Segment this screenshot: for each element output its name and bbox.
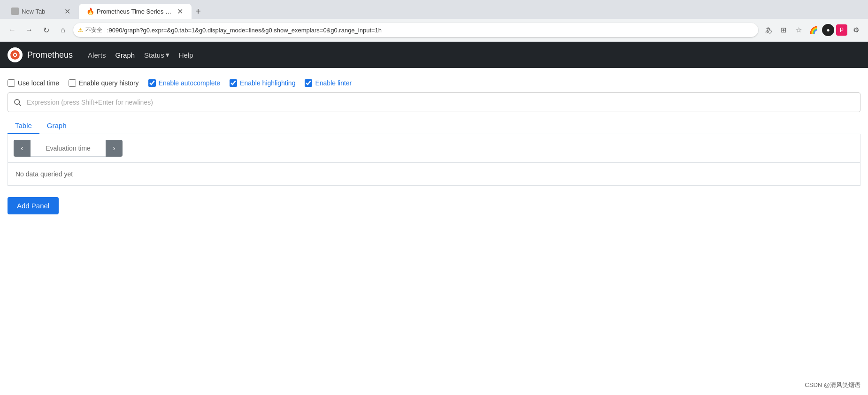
svg-point-3 xyxy=(15,99,20,105)
use-local-time-checkbox[interactable] xyxy=(8,79,15,87)
enable-highlighting-checkbox[interactable] xyxy=(230,79,237,87)
add-tab-button[interactable]: + xyxy=(192,5,205,18)
evaluation-row: ‹ › xyxy=(8,134,860,162)
nav-alerts[interactable]: Alerts xyxy=(84,49,109,61)
enable-highlighting-label: Enable highlighting xyxy=(240,79,295,87)
enable-autocomplete-option[interactable]: Enable autocomplete xyxy=(148,79,221,87)
enable-query-history-label: Enable query history xyxy=(79,79,139,87)
inactive-tab-title: New Tab xyxy=(22,8,60,15)
search-icon xyxy=(13,98,22,106)
svg-point-2 xyxy=(14,54,16,56)
prometheus-tab-title: Prometheus Time Series Collecti... xyxy=(97,8,173,15)
enable-query-history-checkbox[interactable] xyxy=(69,79,76,87)
query-tabs: Table Graph xyxy=(8,118,860,134)
brand-name: Prometheus xyxy=(27,50,73,60)
reload-button[interactable]: ↻ xyxy=(39,23,53,37)
prometheus-tab-favicon: 🔥 xyxy=(86,8,94,15)
nav-status[interactable]: Status ▾ xyxy=(140,49,173,61)
expression-input[interactable] xyxy=(27,93,860,112)
inactive-tab-favicon xyxy=(11,8,19,15)
tab-bar: New Tab ✕ 🔥 Prometheus Time Series Colle… xyxy=(0,0,868,19)
query-panel: ‹ › No data queried yet xyxy=(8,134,860,186)
search-button[interactable] xyxy=(8,93,27,112)
app-brand: Prometheus xyxy=(8,47,73,62)
nav-status-caret: ▾ xyxy=(166,51,169,59)
nav-graph[interactable]: Graph xyxy=(111,49,138,61)
address-bar-input[interactable] xyxy=(73,23,758,37)
eval-prev-button[interactable]: ‹ xyxy=(14,140,31,157)
enable-autocomplete-label: Enable autocomplete xyxy=(159,79,221,87)
extension-icon[interactable]: P xyxy=(836,24,847,36)
toolbar-icons: あ ⊞ ☆ 🌈 ● P ⚙ xyxy=(762,23,862,37)
tab-graph[interactable]: Graph xyxy=(39,118,74,134)
favorites-icon[interactable]: ☆ xyxy=(792,23,805,37)
no-data-message: No data queried yet xyxy=(8,162,860,185)
browser-chrome: New Tab ✕ 🔥 Prometheus Time Series Colle… xyxy=(0,0,868,42)
enable-highlighting-option[interactable]: Enable highlighting xyxy=(230,79,295,87)
eval-next-button[interactable]: › xyxy=(106,140,123,157)
address-bar-container: ⚠ 不安全 | xyxy=(73,23,758,37)
settings-icon[interactable]: ⚙ xyxy=(849,23,862,37)
svg-line-4 xyxy=(19,104,21,106)
main-content: Use local time Enable query history Enab… xyxy=(0,68,868,222)
reader-mode-icon[interactable]: ⊞ xyxy=(777,23,790,37)
enable-linter-label: Enable linter xyxy=(315,79,352,87)
translate-icon[interactable]: あ xyxy=(762,23,775,37)
back-button[interactable]: ← xyxy=(6,23,19,37)
enable-autocomplete-checkbox[interactable] xyxy=(148,79,156,87)
tab-inactive[interactable]: New Tab ✕ xyxy=(4,4,79,19)
nav-status-label: Status xyxy=(144,51,164,59)
enable-linter-option[interactable]: Enable linter xyxy=(305,79,352,87)
eval-time-input[interactable] xyxy=(31,140,106,157)
prometheus-tab[interactable]: 🔥 Prometheus Time Series Collecti... ✕ xyxy=(79,4,192,19)
profile-icon[interactable]: ● xyxy=(822,24,834,36)
collections-icon[interactable]: 🌈 xyxy=(807,23,820,37)
search-box xyxy=(8,92,860,112)
prometheus-tab-close[interactable]: ✕ xyxy=(176,7,184,15)
app-navbar: Prometheus Alerts Graph Status ▾ Help xyxy=(0,42,868,68)
enable-query-history-option[interactable]: Enable query history xyxy=(69,79,139,87)
brand-icon xyxy=(8,47,23,62)
add-panel-button[interactable]: Add Panel xyxy=(8,197,59,214)
use-local-time-option[interactable]: Use local time xyxy=(8,79,59,87)
security-warning-icon: ⚠ xyxy=(78,27,83,33)
home-button[interactable]: ⌂ xyxy=(56,23,69,37)
main-nav: Alerts Graph Status ▾ Help xyxy=(84,49,197,61)
nav-help[interactable]: Help xyxy=(175,49,197,61)
tab-table[interactable]: Table xyxy=(8,118,39,134)
forward-button[interactable]: → xyxy=(23,23,36,37)
enable-linter-checkbox[interactable] xyxy=(305,79,312,87)
options-row: Use local time Enable query history Enab… xyxy=(8,76,860,92)
address-bar-row: ← → ↻ ⌂ ⚠ 不安全 | あ ⊞ ☆ 🌈 ● P ⚙ xyxy=(0,19,868,41)
inactive-tab-close[interactable]: ✕ xyxy=(63,7,71,15)
use-local-time-label: Use local time xyxy=(18,79,59,87)
